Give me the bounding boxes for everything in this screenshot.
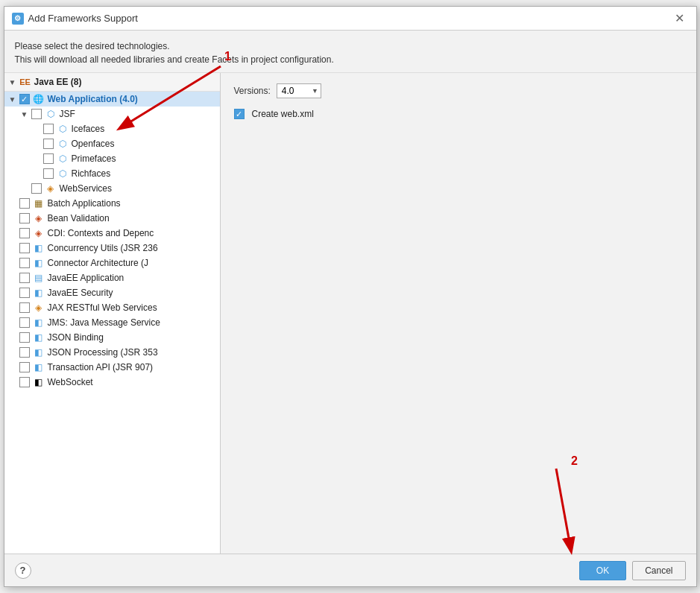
cancel-button[interactable]: Cancel	[632, 561, 685, 580]
create-xml-row: ✓ Create web.xml	[234, 109, 683, 119]
title-bar: ⚙ Add Frameworks Support ✕	[4, 7, 696, 31]
tree-item-transaction[interactable]: ◧ Transaction API (JSR 907)	[4, 360, 220, 375]
web-app-toggle[interactable]: ▼	[9, 95, 19, 104]
openfaces-checkbox[interactable]	[43, 139, 54, 149]
tree-item-jax-restful[interactable]: ◈ JAX RESTful Web Services	[4, 300, 220, 315]
bean-validation-label: Bean Validation	[48, 213, 110, 223]
ok-button[interactable]: OK	[579, 561, 626, 580]
connector-checkbox[interactable]	[19, 258, 30, 268]
dialog-title: Add Frameworks Support	[28, 13, 138, 24]
richfaces-checkbox[interactable]	[43, 168, 54, 179]
transaction-label: Transaction API (JSR 907)	[48, 362, 154, 372]
icefaces-icon: ⬡	[57, 123, 69, 135]
tree-item-openfaces[interactable]: ⬡ Openfaces	[4, 136, 220, 151]
tree-item-javaee-app[interactable]: ▤ JavaEE Application	[4, 270, 220, 285]
javaee-app-checkbox[interactable]	[19, 273, 30, 283]
webservices-checkbox[interactable]	[31, 183, 42, 194]
javaee-security-icon: ◧	[33, 287, 45, 299]
jsf-checkbox[interactable]	[31, 109, 42, 119]
batch-label: Batch Applications	[48, 198, 121, 209]
versions-row: Versions: 4.0 3.1 3.0 2.5	[234, 83, 683, 98]
tree-item-web-application[interactable]: ▼ ✓ 🌐 Web Application (4.0)	[4, 92, 220, 107]
json-processing-checkbox[interactable]	[19, 347, 30, 358]
bean-validation-checkbox[interactable]	[19, 213, 30, 223]
tree-item-batch-applications[interactable]: ▦ Batch Applications	[4, 196, 220, 211]
openfaces-icon: ⬡	[57, 138, 69, 150]
version-select[interactable]: 4.0 3.1 3.0 2.5	[277, 83, 321, 98]
help-button[interactable]: ?	[15, 562, 31, 579]
jax-restful-icon: ◈	[33, 302, 45, 314]
primefaces-icon: ⬡	[57, 153, 69, 165]
webservices-icon: ◈	[45, 183, 57, 194]
title-bar-left: ⚙ Add Frameworks Support	[12, 13, 138, 25]
batch-icon: ▦	[33, 197, 45, 209]
json-binding-checkbox[interactable]	[19, 332, 30, 343]
icefaces-checkbox[interactable]	[43, 124, 54, 134]
bean-validation-icon: ◈	[33, 212, 45, 224]
cdi-label: CDI: Contexts and Depenc	[48, 228, 154, 238]
jsf-icon: ⬡	[45, 108, 57, 120]
versions-label: Versions:	[234, 86, 271, 96]
dialog-icon: ⚙	[12, 13, 24, 25]
jms-checkbox[interactable]	[19, 317, 30, 328]
richfaces-label: Richfaces	[72, 168, 111, 179]
tree-item-javaee-security[interactable]: ◧ JavaEE Security	[4, 285, 220, 300]
tree-item-connector[interactable]: ◧ Connector Architecture (J	[4, 256, 220, 270]
jax-restful-label: JAX RESTful Web Services	[48, 302, 157, 313]
web-app-checkbox[interactable]: ✓	[19, 94, 30, 104]
tree-group-header[interactable]: ▼ EE Java EE (8)	[4, 73, 220, 92]
json-binding-label: JSON Binding	[48, 332, 104, 343]
footer-right: OK Cancel	[579, 561, 686, 580]
right-panel: Versions: 4.0 3.1 3.0 2.5 ✓ Create web.x…	[221, 73, 696, 554]
websocket-icon: ◧	[33, 376, 45, 388]
javaee-app-icon: ▤	[33, 272, 45, 284]
json-binding-icon: ◧	[33, 332, 45, 343]
icefaces-label: Icefaces	[72, 124, 105, 134]
java-ee-icon: EE	[19, 76, 31, 88]
tree-item-websocket[interactable]: ◧ WebSocket	[4, 375, 220, 390]
tree-item-richfaces[interactable]: ⬡ Richfaces	[4, 166, 220, 181]
tree-item-webservices[interactable]: ◈ WebServices	[4, 181, 220, 196]
batch-checkbox[interactable]	[19, 198, 30, 209]
concurrency-checkbox[interactable]	[19, 243, 30, 253]
tree-item-concurrency[interactable]: ◧ Concurrency Utils (JSR 236	[4, 241, 220, 256]
connector-label: Connector Architecture (J	[48, 258, 148, 268]
websocket-label: WebSocket	[48, 377, 93, 387]
footer-left: ?	[15, 562, 31, 579]
javaee-app-label: JavaEE Application	[48, 273, 124, 283]
tree-item-jsf[interactable]: ▼ ⬡ JSF	[4, 107, 220, 121]
tree-item-bean-validation[interactable]: ◈ Bean Validation	[4, 211, 220, 226]
tree-item-json-binding[interactable]: ◧ JSON Binding	[4, 330, 220, 345]
json-processing-label: JSON Processing (JSR 353	[48, 347, 158, 358]
tree-item-icefaces[interactable]: ⬡ Icefaces	[4, 121, 220, 136]
tree-item-jms[interactable]: ◧ JMS: Java Message Service	[4, 315, 220, 330]
jax-restful-checkbox[interactable]	[19, 302, 30, 313]
cdi-icon: ◈	[33, 227, 45, 239]
description-line2: This will download all needed libraries …	[15, 53, 686, 66]
javaee-security-checkbox[interactable]	[19, 288, 30, 298]
websocket-checkbox[interactable]	[19, 377, 30, 387]
cdi-checkbox[interactable]	[19, 228, 30, 238]
webservices-label: WebServices	[60, 183, 112, 194]
group-toggle[interactable]: ▼	[9, 78, 19, 86]
connector-icon: ◧	[33, 257, 45, 269]
jsf-toggle[interactable]: ▼	[21, 110, 31, 118]
transaction-icon: ◧	[33, 361, 45, 373]
close-button[interactable]: ✕	[670, 10, 689, 27]
version-select-wrapper[interactable]: 4.0 3.1 3.0 2.5	[277, 83, 321, 98]
openfaces-label: Openfaces	[72, 139, 115, 149]
tree-item-cdi[interactable]: ◈ CDI: Contexts and Depenc	[4, 226, 220, 241]
primefaces-checkbox[interactable]	[43, 153, 54, 164]
json-processing-icon: ◧	[33, 346, 45, 358]
primefaces-label: Primefaces	[72, 153, 116, 164]
tree-item-primefaces[interactable]: ⬡ Primefaces	[4, 151, 220, 166]
create-xml-label: Create web.xml	[252, 109, 314, 119]
content-area: ▼ EE Java EE (8) ▼ ✓ 🌐 Web Application (…	[4, 73, 696, 554]
tree-item-json-processing[interactable]: ◧ JSON Processing (JSR 353	[4, 345, 220, 360]
jms-icon: ◧	[33, 317, 45, 329]
concurrency-icon: ◧	[33, 242, 45, 254]
transaction-checkbox[interactable]	[19, 362, 30, 372]
web-app-icon: 🌐	[33, 93, 45, 105]
concurrency-label: Concurrency Utils (JSR 236	[48, 243, 158, 253]
create-xml-checkbox[interactable]: ✓	[234, 109, 245, 119]
